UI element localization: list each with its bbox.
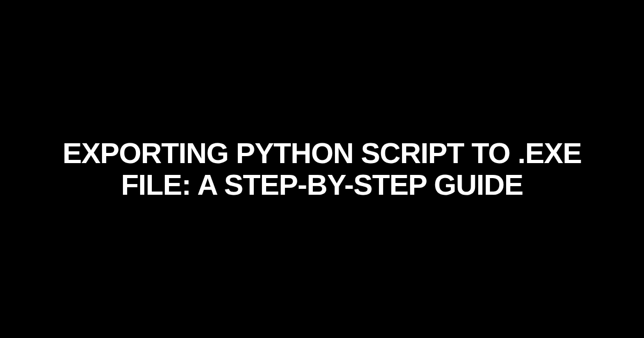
page-title: Exporting Python Script to .exe File: A …: [0, 137, 644, 201]
